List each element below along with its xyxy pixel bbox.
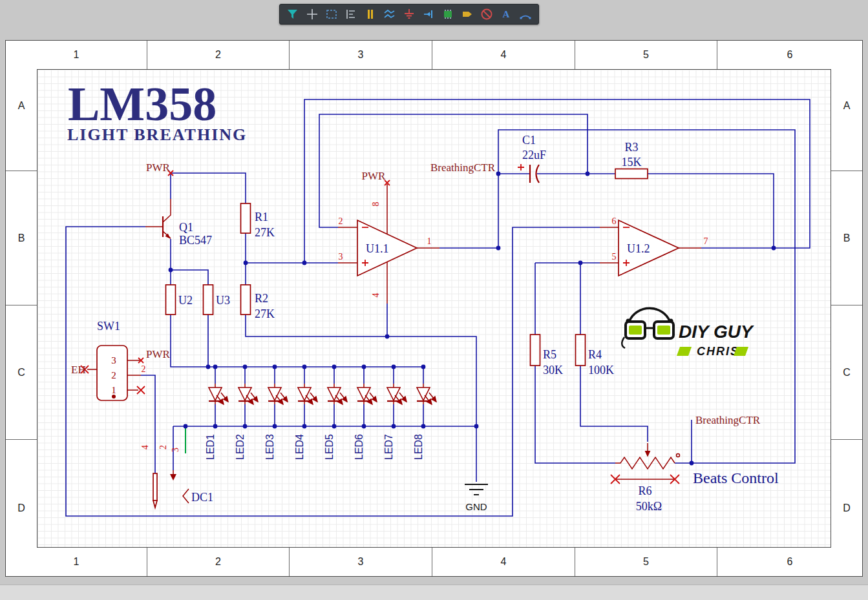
frame-row-label: B: [831, 171, 862, 305]
component-icon[interactable]: [439, 6, 456, 23]
wire-icon[interactable]: [381, 6, 398, 23]
frame-row-label: D: [6, 440, 37, 576]
frame-row-label: C: [831, 305, 862, 440]
frame-column-label: 2: [147, 41, 290, 69]
frame-column-label: 4: [432, 548, 575, 576]
frame-row-label: B: [6, 171, 37, 305]
no-connect-icon[interactable]: [478, 6, 495, 23]
frame-column-label: 5: [575, 548, 717, 576]
schematic-sheet[interactable]: 1 2 3 4 5 6 1 2 3 4 5 6 A B C D A B C D: [5, 40, 863, 577]
crosshair-icon[interactable]: [304, 6, 321, 23]
frame-column-label: 2: [147, 548, 290, 576]
frame-column-label: 3: [290, 548, 432, 576]
frame-row-label: D: [831, 440, 862, 576]
cursor-tool-icon[interactable]: [284, 6, 301, 23]
schematic-canvas[interactable]: [37, 69, 831, 548]
arc-tool-icon[interactable]: [517, 6, 534, 23]
text-tool-icon[interactable]: A: [498, 6, 514, 23]
bottom-scroll-band[interactable]: [0, 584, 868, 600]
svg-text:A: A: [503, 9, 510, 19]
frame-row-header-right: A B C D: [831, 41, 862, 576]
toolbar: A: [279, 4, 539, 25]
frame-column-label: 4: [432, 41, 575, 69]
frame-row-header-left: A B C D: [6, 41, 37, 576]
net-label-icon[interactable]: [459, 6, 476, 23]
frame-column-label: 5: [575, 41, 717, 69]
frame-row-label: A: [831, 41, 862, 171]
schematic-editor: { "toolbar": { "icons": [ {"name": "curs…: [0, 0, 868, 600]
frame-row-label: A: [6, 41, 37, 171]
align-icon[interactable]: [343, 6, 359, 23]
pin-icon[interactable]: [420, 6, 437, 23]
selection-box-icon[interactable]: [323, 6, 340, 23]
frame-column-header-top: 1 2 3 4 5 6: [6, 41, 862, 69]
ground-flag-icon[interactable]: [401, 6, 418, 23]
frame-column-header-bottom: 1 2 3 4 5 6: [6, 548, 862, 576]
bus-icon[interactable]: [362, 6, 379, 23]
frame-row-label: C: [6, 305, 37, 440]
frame-column-label: 3: [290, 41, 432, 69]
